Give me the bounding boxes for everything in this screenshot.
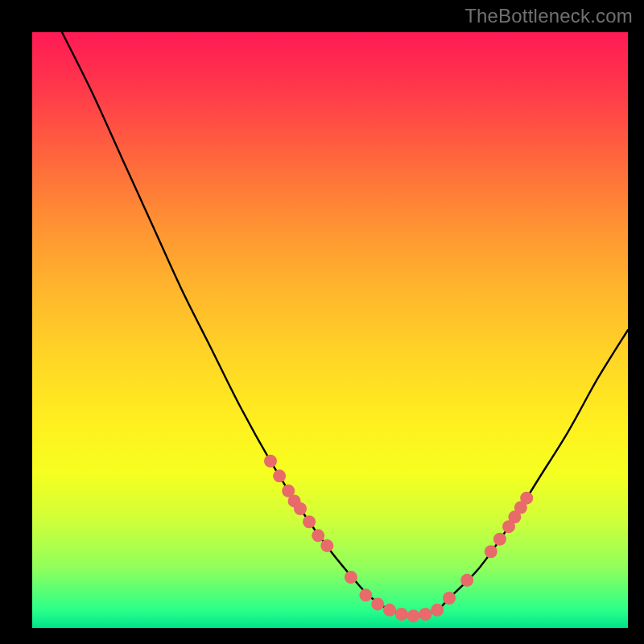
chart-frame: TheBottleneck.com: [0, 0, 644, 644]
curve-marker: [371, 597, 384, 610]
plot-area: [32, 32, 628, 628]
curve-marker: [320, 539, 333, 552]
curve-marker: [431, 604, 444, 617]
curve-marker: [264, 455, 277, 468]
curve-marker: [383, 604, 396, 617]
curve-marker: [395, 608, 408, 621]
curve-svg: [32, 32, 628, 628]
bottleneck-curve: [62, 32, 628, 617]
curve-marker: [443, 592, 456, 605]
curve-marker: [460, 574, 473, 587]
curve-marker: [312, 529, 324, 542]
curve-marker: [359, 588, 372, 601]
curve-marker: [294, 502, 307, 515]
attribution-text: TheBottleneck.com: [464, 5, 633, 27]
marker-group: [264, 455, 533, 622]
curve-marker: [345, 571, 357, 584]
curve-marker: [419, 608, 431, 621]
curve-marker: [303, 515, 316, 528]
curve-marker: [273, 469, 286, 482]
curve-marker: [520, 492, 533, 505]
curve-marker: [485, 545, 497, 558]
curve-marker: [493, 533, 506, 546]
curve-marker: [407, 609, 420, 622]
